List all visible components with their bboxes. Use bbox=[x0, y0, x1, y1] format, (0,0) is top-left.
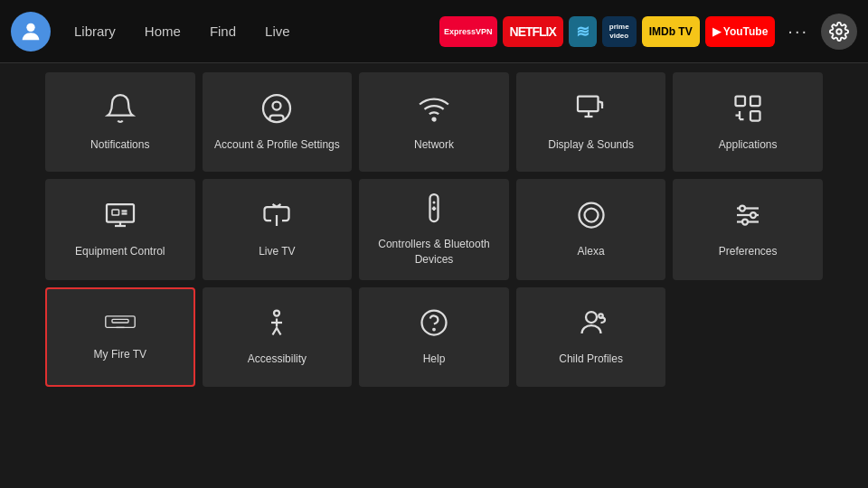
grid-item-accessibility[interactable]: Accessibility bbox=[203, 287, 353, 387]
live-tv-label: Live TV bbox=[259, 244, 295, 259]
grid-item-my-fire-tv[interactable]: My Fire TV bbox=[45, 287, 195, 387]
remote-icon bbox=[418, 192, 450, 228]
grid-item-equipment-control[interactable]: Equipment Control bbox=[45, 179, 195, 280]
svg-point-4 bbox=[432, 117, 435, 120]
svg-rect-10 bbox=[112, 210, 119, 215]
account-profile-label: Account & Profile Settings bbox=[214, 137, 340, 153]
question-icon bbox=[418, 306, 450, 343]
app-primevideo[interactable]: primevideo bbox=[602, 16, 637, 47]
my-fire-tv-label: My Fire TV bbox=[94, 347, 146, 362]
notifications-label: Notifications bbox=[90, 137, 149, 153]
settings-button[interactable] bbox=[821, 14, 857, 50]
svg-point-0 bbox=[26, 23, 34, 31]
svg-point-1 bbox=[836, 29, 842, 34]
svg-rect-27 bbox=[112, 320, 128, 324]
person-accessible-icon bbox=[260, 306, 293, 343]
svg-point-14 bbox=[432, 202, 435, 204]
grid-item-alexa[interactable]: Alexa bbox=[516, 179, 666, 280]
svg-rect-5 bbox=[578, 96, 599, 111]
nav-links: Library Home Find Live bbox=[61, 18, 303, 44]
app-imdb[interactable]: IMDb TV bbox=[642, 16, 700, 47]
svg-point-22 bbox=[740, 206, 745, 211]
help-label: Help bbox=[423, 352, 446, 367]
fire-tv-icon bbox=[104, 311, 137, 338]
svg-point-28 bbox=[274, 311, 279, 316]
wifi-icon bbox=[418, 92, 450, 128]
more-apps-button[interactable]: ··· bbox=[782, 21, 814, 42]
svg-rect-25 bbox=[106, 316, 135, 328]
svg-rect-9 bbox=[107, 204, 134, 222]
controllers-bluetooth-label: Controllers & Bluetooth Devices bbox=[368, 237, 500, 267]
nav-library[interactable]: Library bbox=[61, 18, 128, 44]
grid-item-child-profiles[interactable]: Child Profiles bbox=[516, 287, 666, 387]
grid-item-applications[interactable]: Applications bbox=[673, 72, 823, 172]
svg-point-18 bbox=[584, 209, 598, 222]
child-profile-icon bbox=[575, 306, 608, 343]
svg-point-32 bbox=[599, 314, 603, 318]
app-youtube[interactable]: ▶ YouTube bbox=[705, 16, 776, 47]
app-shortcuts: ExpressVPN NETFLIX ≋ primevideo IMDb TV … bbox=[439, 16, 775, 47]
equipment-control-label: Equipment Control bbox=[75, 244, 165, 259]
app-freevee[interactable]: ≋ bbox=[569, 16, 597, 47]
applications-label: Applications bbox=[719, 137, 778, 153]
nav-find[interactable]: Find bbox=[197, 18, 249, 44]
grid-item-controllers-bluetooth[interactable]: Controllers & Bluetooth Devices bbox=[359, 179, 509, 280]
monitor-desk-icon bbox=[104, 199, 137, 235]
settings-main: Notifications Account & Profile Settings bbox=[0, 63, 868, 396]
svg-point-23 bbox=[750, 212, 756, 218]
svg-point-3 bbox=[273, 101, 281, 109]
app-netflix[interactable]: NETFLIX bbox=[503, 16, 563, 47]
user-avatar[interactable] bbox=[11, 12, 51, 52]
user-circle-icon bbox=[260, 92, 293, 128]
svg-rect-8 bbox=[750, 111, 760, 121]
grid-item-preferences[interactable]: Preferences bbox=[673, 179, 823, 280]
top-navigation: Library Home Find Live ExpressVPN NETFLI… bbox=[0, 0, 868, 63]
antenna-icon bbox=[260, 199, 293, 235]
grid-item-help[interactable]: Help bbox=[359, 287, 509, 387]
app-expressvpn[interactable]: ExpressVPN bbox=[439, 16, 497, 47]
svg-point-2 bbox=[263, 95, 290, 122]
grid-item-account-profile[interactable]: Account & Profile Settings bbox=[203, 72, 353, 172]
svg-rect-6 bbox=[736, 96, 746, 106]
child-profiles-label: Child Profiles bbox=[559, 352, 623, 367]
accessibility-label: Accessibility bbox=[248, 352, 307, 367]
grid-item-display-sounds[interactable]: Display & Sounds bbox=[516, 72, 666, 172]
apps-icon bbox=[731, 92, 764, 128]
nav-live[interactable]: Live bbox=[252, 18, 303, 44]
network-label: Network bbox=[414, 137, 454, 153]
svg-point-30 bbox=[433, 329, 435, 331]
preferences-label: Preferences bbox=[719, 244, 778, 259]
alexa-label: Alexa bbox=[578, 244, 605, 259]
svg-rect-7 bbox=[750, 96, 760, 106]
grid-item-notifications[interactable]: Notifications bbox=[45, 72, 195, 172]
settings-grid: Notifications Account & Profile Settings bbox=[45, 72, 823, 387]
sliders-icon bbox=[731, 199, 764, 235]
svg-point-17 bbox=[579, 203, 603, 228]
svg-point-29 bbox=[421, 311, 446, 335]
display-sounds-label: Display & Sounds bbox=[548, 137, 634, 153]
grid-item-network[interactable]: Network bbox=[359, 72, 509, 172]
monitor-sound-icon bbox=[575, 92, 608, 128]
alexa-icon bbox=[575, 199, 608, 235]
bell-icon bbox=[104, 92, 137, 128]
nav-home[interactable]: Home bbox=[132, 18, 193, 44]
svg-point-24 bbox=[742, 220, 748, 225]
grid-item-live-tv[interactable]: Live TV bbox=[203, 179, 353, 280]
svg-point-31 bbox=[586, 312, 597, 323]
